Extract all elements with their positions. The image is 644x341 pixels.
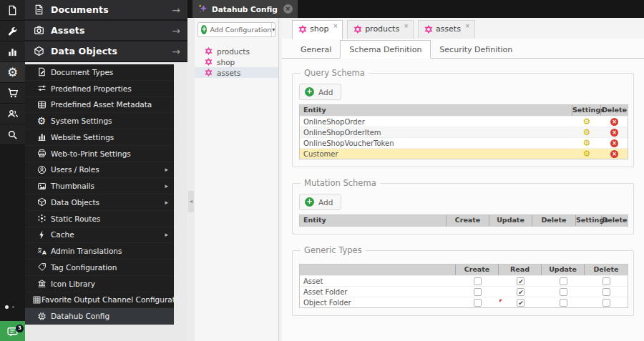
column-header-entity[interactable]: Entity (300, 105, 572, 116)
submenu-item-predefined-properties[interactable]: Predefined Properties (25, 81, 174, 97)
tree-item-shop[interactable]: shop (195, 56, 278, 67)
settings-gear-icon[interactable]: ⚙ (583, 117, 591, 126)
open-tabs-bar: Datahub Config × (187, 0, 644, 18)
svg-text:A: A (42, 249, 46, 256)
update-checkbox[interactable] (560, 299, 567, 307)
delete-icon[interactable]: × (610, 118, 618, 126)
table-row[interactable]: Asset (300, 275, 628, 286)
column-header-update[interactable]: Update (542, 265, 585, 275)
chat-badge: 3 (16, 325, 24, 332)
tree-item-products[interactable]: products (195, 46, 278, 56)
close-icon[interactable]: × (283, 4, 293, 14)
subtab-schema-definition[interactable]: Schema Definition (340, 40, 431, 59)
table-row[interactable]: Object Folder (300, 297, 628, 307)
submenu-item-website-settings[interactable]: Website Settings (25, 129, 174, 146)
hexagram-icon (205, 58, 213, 66)
reports-nav-button[interactable] (0, 41, 25, 62)
create-checkbox[interactable] (474, 277, 482, 285)
mutation-schema-add-button[interactable]: + Add (299, 194, 341, 210)
create-checkbox[interactable] (474, 288, 482, 296)
settings-gear-icon[interactable]: ⚙ (583, 128, 591, 137)
submenu-item-static-routes[interactable]: Static Routes (25, 211, 174, 227)
column-header-settings[interactable]: Settings (576, 215, 602, 226)
camera-icon (34, 25, 51, 36)
user-circle-icon (32, 165, 51, 174)
close-icon[interactable]: × (333, 23, 338, 29)
table-row[interactable]: OnlineShopVoucherToken ⚙ × (300, 137, 628, 148)
close-icon[interactable]: × (404, 23, 409, 29)
delete-icon[interactable]: × (610, 150, 618, 158)
pagination-dots[interactable] (5, 305, 14, 309)
submenu-item-favorite-output-channel-configurations[interactable]: Favorite Output Channel Configurations (25, 292, 174, 309)
tree-item-assets[interactable]: assets (195, 67, 278, 78)
column-header-delete[interactable]: Delete (585, 265, 628, 275)
delete-checkbox[interactable] (602, 288, 610, 296)
cart-icon (7, 87, 19, 99)
tab-shop[interactable]: shop × (292, 20, 343, 39)
tools-nav-button[interactable] (0, 21, 25, 41)
generic-types-grid: Create Read Update Delete Asset Asset Fo… (299, 264, 628, 308)
sidebar-item-assets[interactable]: Assets → (25, 21, 187, 41)
submenu-item-predefined-asset-metadata[interactable]: Predefined Asset Metadata (25, 97, 174, 114)
delete-icon[interactable]: × (610, 129, 618, 137)
search-nav-button[interactable] (0, 124, 25, 145)
update-checkbox[interactable] (560, 277, 567, 285)
column-header-create[interactable]: Create (447, 215, 489, 226)
column-header-create[interactable]: Create (456, 265, 499, 275)
submenu-item-document-types[interactable]: Document Types (25, 64, 174, 81)
delete-icon[interactable]: × (610, 139, 618, 147)
column-header-read[interactable]: Read (499, 265, 542, 275)
arrow-right-icon: → (172, 46, 180, 57)
subtab-security-definition[interactable]: Security Definition (431, 41, 521, 58)
tab-products[interactable]: products × (347, 20, 414, 39)
users-nav-button[interactable] (0, 104, 25, 124)
column-header-settings[interactable]: Settings (572, 105, 601, 116)
column-header-update[interactable]: Update (489, 215, 532, 226)
column-header-delete[interactable]: Delete (601, 105, 628, 116)
table-row-highlighted[interactable]: Customer ⚙ × (300, 148, 628, 159)
hexagram-icon (205, 47, 213, 55)
collapse-handle[interactable]: ◂ (188, 191, 194, 212)
column-header-entity[interactable]: Entity (300, 215, 447, 226)
create-checkbox[interactable] (474, 299, 482, 307)
submenu-item-web-to-print-settings[interactable]: Web-to-Print Settings (25, 146, 174, 162)
table-row[interactable]: Asset Folder (300, 286, 628, 297)
delete-checkbox[interactable] (602, 277, 610, 285)
submenu-item-users-roles[interactable]: Users / Roles ▸ (25, 162, 174, 179)
close-icon[interactable]: × (465, 23, 470, 29)
sidebar-item-documents[interactable]: Documents → (25, 0, 187, 21)
column-header-blank[interactable] (300, 265, 456, 275)
submenu-item-tag-configuration[interactable]: Tag Configuration (25, 260, 174, 276)
table-row[interactable]: OnlineShopOrder ⚙ × (300, 116, 628, 127)
column-header-delete[interactable]: Delete (532, 215, 576, 226)
settings-gear-icon[interactable]: ⚙ (583, 149, 591, 158)
submenu-item-admin-translations[interactable]: A Admin Translations (25, 243, 174, 260)
read-checkbox[interactable] (517, 288, 525, 296)
submenu-item-cache[interactable]: Cache ▸ (25, 227, 174, 244)
delete-checkbox[interactable] (602, 299, 610, 307)
sidebar-item-data-objects[interactable]: Data Objects → (25, 41, 187, 62)
subtab-general[interactable]: General (292, 41, 340, 58)
sparkle-icon (197, 4, 208, 14)
settings-gear-icon[interactable]: ⚙ (583, 139, 591, 147)
table-row[interactable]: OnlineShopOrderItem ⚙ × (300, 127, 628, 137)
sidebar-item-label: Data Objects (51, 46, 172, 56)
chevron-down-icon[interactable]: ▾ (271, 23, 275, 36)
submenu-item-datahub-config[interactable]: Datahub Config (25, 308, 174, 325)
submenu-item-system-settings[interactable]: ⚙ System Settings (25, 113, 174, 129)
submenu-item-data-objects[interactable]: Data Objects ▸ (25, 194, 174, 211)
ecommerce-nav-button[interactable] (0, 83, 25, 104)
tab-assets[interactable]: assets × (418, 20, 475, 39)
add-configuration-button[interactable]: + Add Configuration ▾ (197, 22, 275, 37)
submenu-item-icon-library[interactable]: Icon Library (25, 276, 174, 292)
read-checkbox[interactable] (517, 277, 525, 285)
update-checkbox[interactable] (560, 288, 567, 296)
settings-nav-button[interactable]: ⚙ (0, 62, 25, 83)
query-schema-add-button[interactable]: + Add (299, 84, 341, 100)
read-checkbox[interactable] (517, 299, 525, 307)
submenu-item-thumbnails[interactable]: Thumbnails ▸ (25, 178, 174, 194)
documents-nav-button[interactable] (0, 0, 25, 21)
column-header-delete[interactable]: Delete (602, 215, 628, 226)
chat-button[interactable]: 3 (0, 321, 25, 341)
datahub-config-tab[interactable]: Datahub Config × (192, 0, 298, 18)
